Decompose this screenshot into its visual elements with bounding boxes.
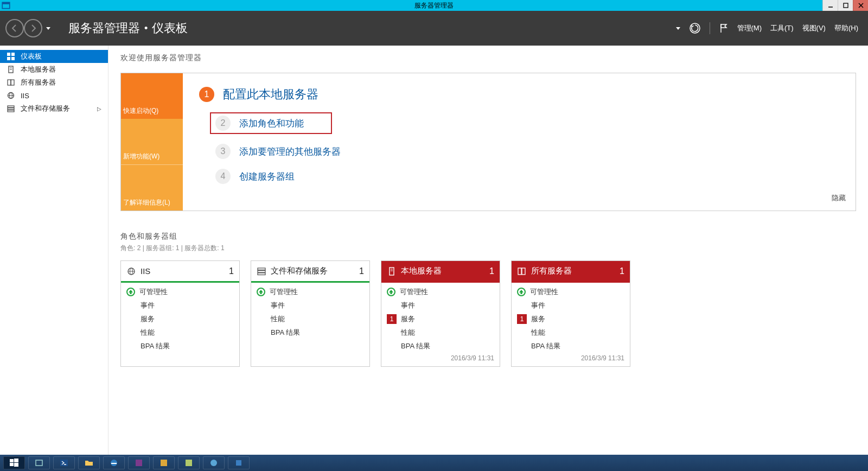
svg-rect-33 — [522, 268, 525, 275]
taskbar-app-powershell[interactable] — [53, 456, 75, 469]
tile-header: 文件和存储服务1 — [251, 261, 369, 283]
tile-row-label: 服务 — [141, 314, 155, 324]
sidebar-item-local-server[interactable]: 本地服务器 — [0, 63, 108, 76]
taskbar-app-generic-3[interactable] — [178, 456, 200, 469]
maximize-button[interactable] — [838, 0, 853, 11]
sidebar-item-storage[interactable]: 文件和存储服务 ▷ — [0, 102, 108, 115]
taskbar-app-ie[interactable] — [103, 456, 125, 469]
separator — [710, 22, 710, 34]
nav-history-dropdown[interactable] — [43, 27, 53, 30]
tab-learnmore[interactable]: 了解详细信息(L) — [121, 164, 183, 211]
tile-row-manageability[interactable]: 可管理性 — [387, 287, 494, 297]
tile[interactable]: 本地服务器1可管理性事件1服务性能BPA 结果2016/3/9 11:31 — [381, 260, 500, 367]
up-arrow-icon — [517, 288, 526, 296]
tab-whatsnew[interactable]: 新增功能(W) — [121, 119, 183, 164]
tile-row-bpa[interactable]: BPA 结果 — [387, 341, 494, 351]
taskbar — [0, 455, 868, 471]
tab-quickstart[interactable]: 快速启动(Q) — [121, 73, 183, 119]
tile-row-bpa[interactable]: BPA 结果 — [257, 328, 364, 338]
servers-icon — [7, 78, 15, 87]
step-link: 配置此本地服务器 — [223, 86, 318, 103]
sidebar-item-all-servers[interactable]: 所有服务器 — [0, 76, 108, 89]
up-arrow-icon — [126, 288, 135, 296]
tile-row-performance[interactable]: 性能 — [387, 328, 494, 338]
breadcrumb-page: 仪表板 — [152, 20, 188, 36]
tile-row-events[interactable]: 事件 — [387, 301, 494, 310]
tile-row-performance[interactable]: 性能 — [257, 314, 364, 324]
breadcrumb: 服务器管理器 • 仪表板 — [68, 20, 188, 36]
tile-row-label: 事件 — [401, 301, 415, 310]
taskbar-app-generic-5[interactable] — [228, 456, 250, 469]
taskbar-app-generic-4[interactable] — [203, 456, 225, 469]
svg-rect-21 — [8, 108, 14, 110]
tile-row-manageability[interactable]: 可管理性 — [126, 287, 234, 297]
tile-row-label: 性能 — [141, 328, 155, 338]
minimize-button[interactable] — [822, 0, 838, 11]
tile-name: 所有服务器 — [531, 266, 572, 276]
tile[interactable]: 文件和存储服务1可管理性事件性能BPA 结果 — [251, 260, 370, 367]
nav-arrows — [5, 19, 53, 37]
taskbar-app-explorer[interactable] — [78, 456, 100, 469]
tile-row-label: 事件 — [141, 301, 155, 310]
svg-rect-20 — [8, 106, 14, 107]
refresh-button[interactable] — [689, 22, 701, 34]
tile-row-events[interactable]: 事件 — [126, 301, 234, 310]
menu-manage[interactable]: 管理(M) — [737, 23, 762, 33]
tile-count: 1 — [229, 266, 234, 276]
welcome-main: 1 配置此本地服务器 2 添加角色和功能 3 添加要管理的其他服务器 4 创建服… — [183, 73, 856, 211]
sidebar-item-label: 所有服务器 — [21, 78, 56, 87]
step-number-4: 4 — [215, 169, 231, 184]
sidebar-item-dashboard[interactable]: 仪表板 — [0, 50, 108, 63]
tile[interactable]: 所有服务器1可管理性事件1服务性能BPA 结果2016/3/9 11:31 — [511, 260, 630, 367]
svg-rect-38 — [36, 460, 42, 466]
close-button[interactable] — [853, 0, 868, 11]
menu-help[interactable]: 帮助(H) — [834, 23, 858, 33]
svg-rect-27 — [258, 270, 265, 272]
tile-icon — [387, 266, 397, 276]
menu-view[interactable]: 视图(V) — [802, 23, 826, 33]
svg-rect-1 — [2, 2, 10, 4]
step-number-1: 1 — [199, 87, 214, 102]
step-configure-server[interactable]: 1 配置此本地服务器 — [199, 86, 839, 103]
tile-row-performance[interactable]: 性能 — [126, 328, 234, 338]
tile-body: 可管理性事件服务性能BPA 结果 — [121, 283, 239, 355]
tile-row-services[interactable]: 服务 — [126, 314, 234, 324]
step-link: 添加要管理的其他服务器 — [239, 145, 341, 158]
forward-button[interactable] — [24, 19, 42, 37]
tile-row-bpa[interactable]: BPA 结果 — [126, 341, 234, 351]
svg-rect-34 — [10, 459, 14, 462]
tile-icon — [257, 266, 266, 276]
roles-title: 角色和服务器组 — [120, 232, 856, 241]
tile-row-label: 性能 — [401, 328, 415, 338]
taskbar-app-generic-2[interactable] — [153, 456, 175, 469]
step-link: 添加角色和功能 — [239, 117, 304, 130]
header-dropdown-1[interactable] — [676, 27, 680, 30]
step-add-servers[interactable]: 3 添加要管理的其他服务器 — [215, 144, 839, 159]
tile[interactable]: IIS1可管理性事件服务性能BPA 结果 — [120, 260, 240, 367]
flag-icon[interactable] — [719, 23, 729, 34]
tile-row-events[interactable]: 事件 — [257, 301, 364, 310]
start-button[interactable] — [3, 456, 25, 469]
hide-link[interactable]: 隐藏 — [832, 193, 846, 203]
step-create-group[interactable]: 4 创建服务器组 — [215, 169, 839, 184]
tile-row-manageability[interactable]: 可管理性 — [257, 287, 364, 297]
tile-row-services[interactable]: 1服务 — [517, 314, 624, 324]
svg-rect-16 — [11, 80, 14, 85]
sidebar-item-iis[interactable]: IIS — [0, 89, 108, 102]
menu-tools[interactable]: 工具(T) — [770, 23, 794, 33]
breadcrumb-separator: • — [144, 23, 148, 34]
tile-row-label: 可管理性 — [270, 287, 298, 297]
tile-count: 1 — [359, 266, 364, 276]
taskbar-app-server-manager[interactable] — [28, 456, 50, 469]
tile-row-services[interactable]: 1服务 — [387, 314, 494, 324]
tile-row-events[interactable]: 事件 — [517, 301, 624, 310]
taskbar-app-generic-1[interactable] — [128, 456, 150, 469]
titlebar: 服务器管理器 — [0, 0, 868, 11]
tile-row-bpa[interactable]: BPA 结果 — [517, 341, 624, 351]
back-button[interactable] — [5, 19, 24, 37]
up-arrow-icon — [387, 288, 395, 296]
step-number-2: 2 — [215, 116, 231, 131]
tile-row-performance[interactable]: 性能 — [517, 328, 624, 338]
tile-row-manageability[interactable]: 可管理性 — [517, 287, 624, 297]
step-add-roles[interactable]: 2 添加角色和功能 — [210, 112, 332, 134]
